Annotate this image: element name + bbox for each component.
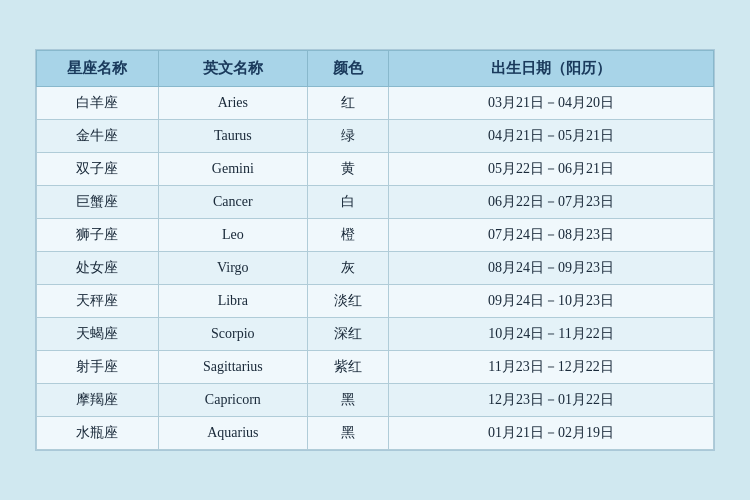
cell-color: 白 <box>307 186 388 219</box>
cell-color: 淡红 <box>307 285 388 318</box>
cell-date: 07月24日－08月23日 <box>389 219 714 252</box>
table-row: 处女座Virgo灰08月24日－09月23日 <box>37 252 714 285</box>
cell-english: Aries <box>158 87 307 120</box>
cell-color: 黄 <box>307 153 388 186</box>
cell-english: Aquarius <box>158 417 307 450</box>
cell-date: 01月21日－02月19日 <box>389 417 714 450</box>
cell-color: 黑 <box>307 384 388 417</box>
cell-date: 03月21日－04月20日 <box>389 87 714 120</box>
cell-chinese: 双子座 <box>37 153 159 186</box>
table-row: 射手座Sagittarius紫红11月23日－12月22日 <box>37 351 714 384</box>
cell-chinese: 白羊座 <box>37 87 159 120</box>
table-row: 金牛座Taurus绿04月21日－05月21日 <box>37 120 714 153</box>
zodiac-table: 星座名称 英文名称 颜色 出生日期（阳历） 白羊座Aries红03月21日－04… <box>36 50 714 450</box>
table-row: 天蝎座Scorpio深红10月24日－11月22日 <box>37 318 714 351</box>
cell-chinese: 摩羯座 <box>37 384 159 417</box>
cell-date: 12月23日－01月22日 <box>389 384 714 417</box>
cell-color: 橙 <box>307 219 388 252</box>
cell-date: 05月22日－06月21日 <box>389 153 714 186</box>
cell-date: 10月24日－11月22日 <box>389 318 714 351</box>
table-row: 摩羯座Capricorn黑12月23日－01月22日 <box>37 384 714 417</box>
cell-date: 06月22日－07月23日 <box>389 186 714 219</box>
cell-chinese: 水瓶座 <box>37 417 159 450</box>
cell-english: Taurus <box>158 120 307 153</box>
header-english: 英文名称 <box>158 51 307 87</box>
header-chinese: 星座名称 <box>37 51 159 87</box>
cell-english: Capricorn <box>158 384 307 417</box>
table-body: 白羊座Aries红03月21日－04月20日金牛座Taurus绿04月21日－0… <box>37 87 714 450</box>
cell-english: Scorpio <box>158 318 307 351</box>
cell-chinese: 狮子座 <box>37 219 159 252</box>
table-row: 狮子座Leo橙07月24日－08月23日 <box>37 219 714 252</box>
cell-english: Leo <box>158 219 307 252</box>
cell-color: 绿 <box>307 120 388 153</box>
cell-date: 11月23日－12月22日 <box>389 351 714 384</box>
cell-english: Gemini <box>158 153 307 186</box>
table-row: 天秤座Libra淡红09月24日－10月23日 <box>37 285 714 318</box>
table-row: 双子座Gemini黄05月22日－06月21日 <box>37 153 714 186</box>
cell-chinese: 处女座 <box>37 252 159 285</box>
cell-chinese: 射手座 <box>37 351 159 384</box>
cell-chinese: 巨蟹座 <box>37 186 159 219</box>
cell-chinese: 天秤座 <box>37 285 159 318</box>
cell-english: Sagittarius <box>158 351 307 384</box>
header-date: 出生日期（阳历） <box>389 51 714 87</box>
table-header-row: 星座名称 英文名称 颜色 出生日期（阳历） <box>37 51 714 87</box>
cell-color: 紫红 <box>307 351 388 384</box>
table-row: 水瓶座Aquarius黑01月21日－02月19日 <box>37 417 714 450</box>
table-row: 巨蟹座Cancer白06月22日－07月23日 <box>37 186 714 219</box>
cell-color: 灰 <box>307 252 388 285</box>
cell-english: Libra <box>158 285 307 318</box>
cell-date: 09月24日－10月23日 <box>389 285 714 318</box>
cell-english: Virgo <box>158 252 307 285</box>
cell-chinese: 天蝎座 <box>37 318 159 351</box>
header-color: 颜色 <box>307 51 388 87</box>
zodiac-table-container: 星座名称 英文名称 颜色 出生日期（阳历） 白羊座Aries红03月21日－04… <box>35 49 715 451</box>
cell-chinese: 金牛座 <box>37 120 159 153</box>
cell-color: 黑 <box>307 417 388 450</box>
cell-date: 08月24日－09月23日 <box>389 252 714 285</box>
cell-color: 深红 <box>307 318 388 351</box>
table-row: 白羊座Aries红03月21日－04月20日 <box>37 87 714 120</box>
cell-color: 红 <box>307 87 388 120</box>
cell-english: Cancer <box>158 186 307 219</box>
cell-date: 04月21日－05月21日 <box>389 120 714 153</box>
